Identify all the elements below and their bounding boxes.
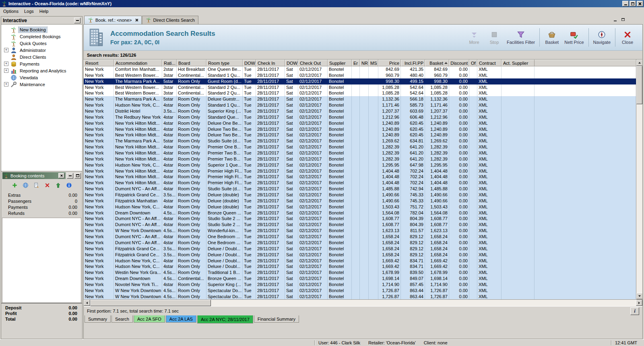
table-row[interactable]: New YorkHudson New York, C...4starRoom O… [84,204,636,210]
column-header-ms[interactable]: MS [369,60,378,66]
table-row[interactable]: New YorkBest Western Bower...3starContin… [84,84,636,91]
table-row[interactable]: New YorkDistrikt Hotel3.5s...Room OnlySu… [84,108,636,114]
table-row[interactable]: New YorkBest Western Bower...3starContin… [84,72,636,78]
nett-price-button[interactable]: Nett Price [562,30,586,45]
column-header-supplier[interactable]: Supplier [328,60,352,66]
sidebar-item-quick-quotes[interactable]: Quick Quotes [1,40,82,47]
table-row[interactable]: New YorkW New York Downtown4.5s...Room O… [84,288,636,294]
export-button[interactable] [33,181,40,189]
sidebar-item-direct-clients[interactable]: Direct Clients [1,54,82,60]
table-row[interactable]: New YorkBest Western Bower...3starContin… [84,90,636,96]
table-row[interactable]: New YorkWestin New York Gra...4.5s...Roo… [84,270,636,276]
facilities-filter-button[interactable]: Facilities Filter [504,30,537,45]
table-row[interactable]: New YorkHudson New York, C...4starRoom O… [84,258,636,264]
table-row[interactable]: New YorkFitzpatrick Manhattan4starRoom O… [84,198,636,204]
table-row[interactable]: New YorkNew York Hilton Midt...4starRoom… [84,120,636,126]
table-row[interactable]: New YorkNew York Hilton Midt...4starRoom… [84,180,636,186]
booking-contents-close-button[interactable] [58,173,64,178]
tab-close-icon[interactable] [135,19,138,22]
table-row[interactable]: New YorkW New York Downtown4.5s...Room O… [84,294,636,299]
column-header-discount[interactable]: Discount [449,60,469,66]
sidebar-item-payments[interactable]: Payments [1,60,82,67]
bottom-tab-acc-2a-las[interactable]: Acc 2A LAS [166,315,196,323]
table-row[interactable]: New YorkNew York Hilton Midt...4starRoom… [84,132,636,138]
table-row[interactable]: New YorkHudson New York, C...4starRoom O… [84,264,636,270]
sidebar-item-maintenance[interactable]: Maintenance [1,81,82,88]
vertical-scrollbar-thumb[interactable] [636,66,642,104]
bottom-tab-search[interactable]: Search [111,315,133,323]
navigate-button[interactable]: Navigate [591,30,613,45]
column-header-price[interactable]: Price [378,60,401,66]
expand-icon[interactable] [4,68,8,73]
close-button[interactable]: Close [617,30,638,45]
menu-options[interactable]: Options [0,8,21,15]
stop-button[interactable]: Stop [484,30,504,45]
column-header-basket[interactable]: Basket [425,60,449,66]
column-header-nr[interactable]: NR [360,60,369,66]
bottom-tab-financial-summary[interactable]: Financial Summary [254,315,299,323]
booking-contents-title-area[interactable]: Booking contents [2,172,66,179]
column-header-contract[interactable]: Contract [477,60,502,66]
sidebar-item-reporting-and-analytics[interactable]: Reporting and Analytics [1,67,82,74]
vertical-scrollbar[interactable] [636,60,642,299]
bottom-tab-acc-2a-sfo[interactable]: Acc 2A SFO [134,315,165,323]
column-header-room-type[interactable]: Room type [206,60,243,66]
table-row[interactable]: New YorkThe Marmara Park A...5starRoom O… [84,78,636,84]
globe-button[interactable] [22,181,29,189]
scroll-left-button[interactable] [84,300,90,306]
column-header-act-supplier[interactable]: Act. Supplier [502,60,535,66]
column-header-accommodation[interactable]: Accommodation [114,60,162,66]
basket-button[interactable]: Basket [542,30,562,45]
table-row[interactable]: New YorkNew York Hilton Midt...4starRoom… [84,174,636,180]
bottom-tab-acc-2a-nyc-28-11-2017[interactable]: Acc 2A NYC; 28/11/2017 [197,315,253,323]
maximize-button[interactable] [630,1,636,6]
booking-contents-minimize-button[interactable] [67,173,73,179]
booking-contents-maximize-button[interactable] [74,173,81,179]
table-row[interactable]: New YorkHudson New York, C...4starRoom O… [84,162,636,168]
column-header-board[interactable]: Board [177,60,206,66]
sidebar-item-administrator[interactable]: Administrator [1,47,82,54]
table-row[interactable]: New YorkComfort Inn Manhatt...2starHot B… [84,66,636,72]
mdi-restore-button[interactable] [620,17,626,22]
tab-direct-clients-search[interactable]: Direct Clients Search [142,16,198,24]
expand-icon[interactable] [4,82,8,86]
sidebar-item-new-booking[interactable]: New Booking [1,26,82,33]
scroll-down-button[interactable] [636,293,642,299]
close-button[interactable] [637,1,643,6]
column-header-resort[interactable]: Resort [84,60,114,66]
horizontal-scrollbar[interactable] [84,299,642,306]
table-row[interactable]: New YorkDream Downtown4.5s...Continental… [84,276,636,282]
add-button[interactable] [11,181,18,189]
tab-book-ref-none[interactable]: Book. ref.: <none> [84,16,142,24]
vertical-scrollbar-track[interactable] [636,104,642,293]
bottom-tab-summary[interactable]: Summary [85,315,111,323]
sidebar-collapse-button[interactable] [74,18,80,23]
sidebar-item-viewdata[interactable]: Viewdata [1,74,82,81]
table-row[interactable]: New YorkFitzpatrick Grand Ce...3.5s...Ro… [84,252,636,258]
column-header-of[interactable]: Of [469,60,477,66]
column-header-rati[interactable]: Rati... [162,60,177,66]
column-header-dow[interactable]: DOW [285,60,298,66]
table-row[interactable]: New YorkNew York Hilton Midt...4starRoom… [84,156,636,162]
horizontal-scrollbar-track[interactable] [211,300,636,306]
table-row[interactable]: New YorkDumont NYC - An Aff...4starRoom … [84,234,636,240]
info-button[interactable] [65,181,72,189]
upload-button[interactable] [54,181,62,189]
scroll-up-button[interactable] [636,60,642,66]
table-row[interactable]: New YorkThe Redbury New York4starRoom On… [84,114,636,120]
table-row[interactable]: New YorkNovotel New York Ti...4starRoom … [84,282,636,288]
more-button[interactable]: More [464,30,484,45]
table-row[interactable]: New YorkDumont NYC - An Aff...4starRoom … [84,186,636,192]
table-row[interactable]: New YorkNew York Hilton Midt...4starRoom… [84,168,636,174]
column-header-incl-fl-pp[interactable]: Incl.Fl.PP [401,60,425,66]
table-row[interactable]: New YorkNew York Hilton Midt...4starRoom… [84,150,636,156]
minimize-button[interactable] [622,1,629,6]
mdi-minimize-button[interactable] [612,17,618,22]
menu-logs[interactable]: Logs [21,8,37,15]
table-row[interactable]: New YorkDumont NYC - An Aff...4starRoom … [84,240,636,246]
table-row[interactable]: New YorkThe Marmara Park A...5starRoom O… [84,96,636,102]
table-row[interactable]: New YorkFitzpatrick Grand Ce...3.5s...Ro… [84,246,636,252]
table-row[interactable]: New YorkDream Downtown4.5s...Room OnlyBr… [84,210,636,216]
table-row[interactable]: New YorkThe Marmara Park A...5starRoom O… [84,138,636,144]
column-header-check-in[interactable]: Check In [256,60,285,66]
